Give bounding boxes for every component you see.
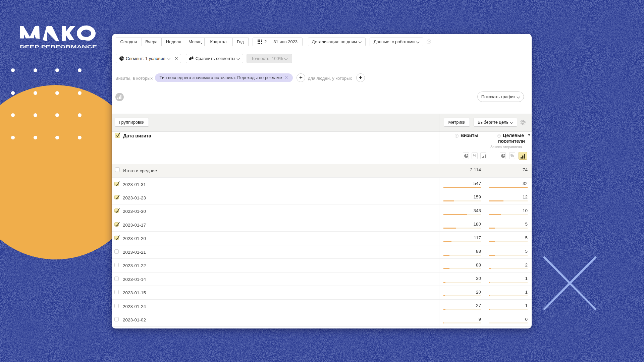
svg-text:DEEP PERFORMANCE: DEEP PERFORMANCE — [20, 44, 97, 49]
